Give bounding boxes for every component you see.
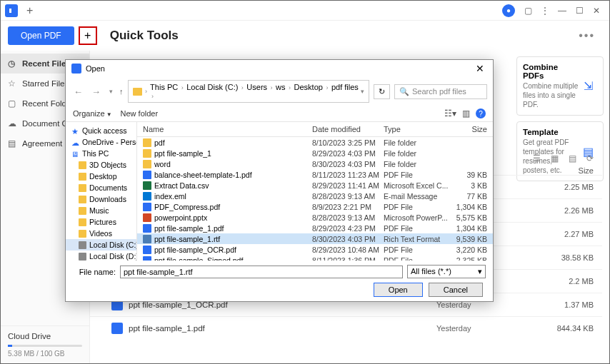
file-type-filter[interactable]: All files (*.*)▾ (407, 265, 486, 278)
folder-icon (133, 88, 143, 96)
search-placeholder: Search pdf files (412, 87, 466, 96)
breadcrumb-item[interactable]: pdf files (331, 83, 359, 91)
minimize-button[interactable]: — (554, 6, 571, 16)
refresh-icon[interactable]: ⟳ (586, 153, 594, 163)
file-row[interactable]: ppt file-sample_OCR.pdf8/29/2023 10:48 A… (137, 244, 493, 255)
file-list: Name Date modified Type Size pdf8/10/202… (137, 122, 493, 261)
refresh-button[interactable]: ↻ (374, 84, 390, 99)
folder-icon: ▢ (8, 98, 18, 108)
rtf-icon (143, 235, 151, 243)
filename-label: File name: (73, 268, 116, 276)
pdf-icon (111, 323, 123, 334)
col-name[interactable]: Name (143, 125, 312, 133)
ppt-icon (143, 213, 151, 222)
svg-rect-1 (9, 9, 11, 13)
nav-recent-dropdown[interactable]: ▾ (107, 88, 115, 95)
dialog-app-icon (71, 64, 81, 74)
app-logo (5, 4, 18, 17)
new-folder-button[interactable]: New folder (121, 109, 159, 118)
breadcrumb-item[interactable]: Local Disk (C:) (186, 83, 238, 91)
file-row[interactable]: ppt file-sample_1.rtf8/30/2023 4:03 PMRi… (137, 233, 493, 244)
view-mode-button[interactable]: ☷▾ (444, 108, 456, 118)
filename-input[interactable] (120, 266, 403, 278)
breadcrumb-bar[interactable]: › This PC › Local Disk (C:) › Users › ws… (128, 80, 370, 103)
tree-item-3d-objects[interactable]: 3D Objects (66, 159, 136, 171)
file-row[interactable]: ppt file-sample_1.pdf8/29/2023 4:23 PMPD… (137, 223, 493, 233)
eml-icon (143, 192, 151, 201)
add-button[interactable]: + (79, 26, 97, 45)
breadcrumb-item[interactable]: This PC (150, 83, 178, 91)
tree-item-quick-access[interactable]: ★Quick access (66, 125, 136, 136)
col-type[interactable]: Type (384, 125, 451, 133)
pdf-icon (143, 203, 151, 211)
tree-item-pictures[interactable]: Pictures (66, 216, 136, 228)
combine-desc: Combine multiple files into a single PDF… (523, 81, 579, 109)
doc-icon: ▤ (8, 138, 18, 148)
cloud-drive-label[interactable]: Cloud Drive (8, 332, 82, 340)
file-row[interactable]: index.eml8/28/2023 9:13 AME-mail Message… (137, 191, 493, 201)
file-row[interactable]: ppt file-sample_Signed.pdf8/11/2023 1:36… (137, 255, 493, 261)
view-compact-icon[interactable]: ▤ (569, 153, 576, 163)
preview-pane-button[interactable]: ▥ (462, 108, 470, 118)
close-window-button[interactable]: ✕ (588, 6, 605, 16)
overflow-menu-icon[interactable]: ••• (579, 29, 595, 42)
file-row[interactable]: word8/30/2023 4:03 PMFile folder (137, 158, 493, 169)
user-avatar[interactable]: ● (502, 4, 515, 17)
template-title: Template (523, 128, 579, 136)
view-grid-icon[interactable]: ▦ (551, 153, 559, 163)
tree-item-local-disk-d-[interactable]: Local Disk (D:) (66, 251, 136, 261)
breadcrumb-item[interactable]: Desktop (294, 83, 323, 91)
nav-back-button[interactable]: ← (71, 86, 85, 97)
tree-item-documents[interactable]: Documents (66, 182, 136, 193)
file-row[interactable]: PDF_Compress.pdf8/9/2023 2:21 PMPDF File… (137, 201, 493, 212)
fld-icon (79, 184, 86, 192)
pdf-icon (143, 171, 151, 179)
tree-item-onedrive-person[interactable]: ☁OneDrive - Person (66, 136, 136, 148)
tree-item-desktop[interactable]: Desktop (66, 171, 136, 182)
nav-up-button[interactable]: ↑ (119, 87, 124, 96)
breadcrumb-item[interactable]: Users (246, 83, 267, 91)
clock-icon: ◷ (8, 59, 18, 69)
nav-forward-button[interactable]: → (89, 86, 103, 97)
storage-bar (8, 345, 82, 347)
page-title: Quick Tools (110, 29, 179, 43)
pdf-icon (143, 224, 151, 233)
breadcrumb-item[interactable]: ws (276, 83, 285, 91)
tree-item-local-disk-c-[interactable]: Local Disk (C:) (66, 239, 136, 251)
dialog-close-button[interactable]: ✕ (473, 63, 487, 74)
col-date[interactable]: Date modified (312, 125, 384, 133)
recent-file-row[interactable]: ppt file-sample_1.pdfYesterday844.34 KB (90, 316, 602, 340)
file-row[interactable]: powerpoint.pptx8/28/2023 9:13 AMMicrosof… (137, 212, 493, 223)
fld-icon (79, 230, 86, 238)
folder-tree: ★Quick access☁OneDrive - Person🖥This PC3… (66, 122, 137, 261)
tree-item-downloads[interactable]: Downloads (66, 193, 136, 205)
pdf-icon (143, 246, 151, 254)
tree-item-music[interactable]: Music (66, 205, 136, 216)
star-icon: ☆ (8, 79, 18, 89)
search-icon: 🔍 (399, 87, 409, 96)
maximize-button[interactable]: ☐ (571, 6, 588, 16)
col-size[interactable]: Size (451, 125, 487, 133)
pdf-icon (143, 256, 151, 261)
combine-pdfs-card[interactable]: Combine PDFs Combine multiple files into… (516, 56, 604, 116)
drv-icon (79, 241, 86, 249)
tree-item-this-pc[interactable]: 🖥This PC (66, 148, 136, 159)
view-list-icon[interactable]: ☰ (533, 153, 541, 163)
cloud-drive-section: Cloud Drive 5.38 MB / 100 GB (1, 325, 89, 363)
open-button[interactable]: Open (374, 283, 423, 297)
organize-menu[interactable]: Organize▼ (73, 109, 112, 118)
dialog-title: Open (86, 64, 105, 73)
new-tab-button[interactable]: + (24, 4, 36, 17)
xls-icon (143, 181, 151, 190)
tree-item-videos[interactable]: Videos (66, 228, 136, 239)
search-input[interactable]: 🔍 Search pdf files (394, 84, 487, 99)
open-pdf-button[interactable]: Open PDF (8, 26, 74, 45)
help-button[interactable]: ? (476, 108, 486, 118)
cancel-button[interactable]: Cancel (429, 283, 483, 297)
file-row[interactable]: pdf8/10/2023 3:25 PMFile folder (137, 137, 493, 148)
file-row[interactable]: ppt file-sample_18/29/2023 4:03 PMFile f… (137, 148, 493, 158)
more-icon[interactable]: ⋮ (538, 6, 552, 16)
chat-icon[interactable]: ▢ (521, 6, 535, 16)
file-row[interactable]: Extract Data.csv8/29/2023 11:41 AMMicros… (137, 180, 493, 191)
file-row[interactable]: balance-sheet-template-1.pdf8/11/2023 11… (137, 169, 493, 180)
